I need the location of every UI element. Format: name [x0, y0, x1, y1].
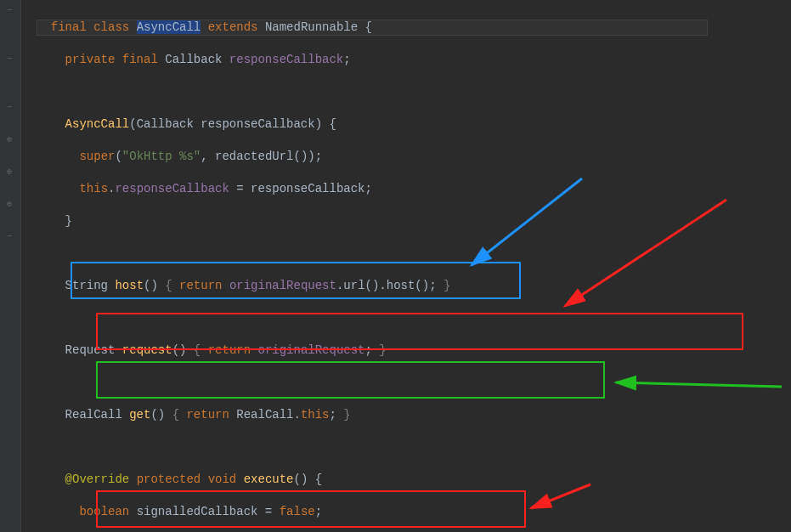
code-editor[interactable]: − − − ⊕ ⊕ ⊕ − final class AsyncCall exte…: [0, 0, 791, 532]
fold-icon[interactable]: ⊕: [3, 199, 15, 211]
editor-gutter: − − − ⊕ ⊕ ⊕ −: [0, 0, 21, 532]
code-area[interactable]: final class AsyncCall extends NamedRunna…: [21, 0, 708, 532]
fold-icon[interactable]: −: [3, 102, 15, 114]
fold-icon[interactable]: −: [3, 54, 15, 65]
fold-icon[interactable]: −: [3, 231, 15, 243]
fold-icon[interactable]: ⊕: [3, 167, 15, 178]
fold-icon[interactable]: ⊕: [3, 134, 15, 146]
fold-icon[interactable]: −: [3, 5, 15, 17]
